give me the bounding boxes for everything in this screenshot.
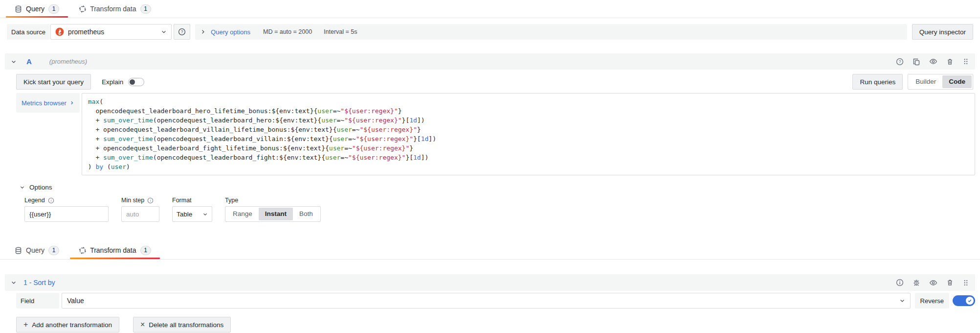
transformation-header-actions: [896, 279, 969, 287]
sort-field-value: Value: [67, 297, 899, 305]
query-editor-section: A (prometheus) ? Kick start your query E…: [5, 53, 975, 222]
info-icon: i: [48, 197, 54, 204]
type-range-option[interactable]: Range: [226, 208, 259, 220]
query-header-actions: ?: [896, 57, 969, 66]
chevron-down-icon: [20, 185, 25, 190]
explain-toggle[interactable]: [128, 78, 144, 86]
chevron-down-icon: [202, 212, 208, 217]
promql-editor: Metrics browser max( opencodequest_leade…: [16, 93, 975, 175]
tab-transform-label: Transform data: [90, 246, 136, 254]
query-options-section: Options Legend i Min step i: [20, 184, 975, 222]
datasource-label: Data source: [7, 24, 50, 40]
options-fields: Legend i Min step i Format: [24, 197, 975, 222]
database-icon: [15, 5, 22, 13]
explain-toggle-group: Explain: [102, 78, 144, 86]
metrics-browser-label: Metrics browser: [22, 99, 67, 107]
prometheus-icon: [55, 27, 64, 36]
query-transform-tabbar-bottom: Query 1 Transform data 1: [0, 241, 980, 260]
debug-bug-icon[interactable]: [913, 279, 920, 286]
format-select[interactable]: Table: [172, 206, 212, 222]
chevron-right-icon: [200, 29, 206, 35]
trash-icon[interactable]: [946, 58, 954, 66]
sort-field-row: Field Value Reverse: [16, 293, 975, 309]
datasource-value: prometheus: [68, 28, 157, 36]
query-row-header[interactable]: A (prometheus) ?: [5, 53, 975, 70]
run-queries-button[interactable]: Run queries: [852, 74, 903, 90]
type-radio-group: Range Instant Both: [225, 206, 321, 222]
toggle-knob: [966, 297, 974, 305]
chevron-down-icon[interactable]: [11, 59, 17, 65]
legend-field: Legend i: [24, 197, 109, 222]
svg-text:?: ?: [181, 29, 183, 34]
help-circle-icon[interactable]: ?: [896, 58, 904, 66]
query-ref-id: A: [26, 57, 32, 66]
tab-query-count-badge: 1: [48, 4, 59, 14]
eye-icon[interactable]: [929, 57, 937, 66]
tab-query-bottom[interactable]: Query 1: [5, 241, 69, 259]
max-data-points-value: MD = auto = 2000: [263, 28, 312, 35]
drag-handle-icon[interactable]: [962, 58, 969, 65]
type-both-option[interactable]: Both: [293, 208, 319, 220]
datasource-picker[interactable]: prometheus: [50, 24, 172, 40]
editor-mode-switcher: Builder Code: [908, 74, 973, 90]
eye-icon[interactable]: [929, 279, 937, 287]
options-header[interactable]: Options: [20, 184, 975, 191]
plus-icon: +: [23, 320, 28, 329]
tab-query-top[interactable]: Query 1: [5, 0, 69, 18]
legend-input[interactable]: [24, 206, 109, 222]
sort-by-title: 1 - Sort by: [23, 279, 55, 286]
query-inspector-button[interactable]: Query inspector: [912, 24, 973, 40]
promql-code[interactable]: max( opencodequest_leaderboard_hero_life…: [82, 93, 975, 175]
drag-handle-icon[interactable]: [962, 279, 969, 286]
add-transformation-button[interactable]: + Add another transformation: [16, 317, 119, 333]
query-datasource-hint: (prometheus): [49, 58, 87, 65]
duplicate-icon[interactable]: [913, 58, 920, 66]
legend-label: Legend: [24, 197, 45, 204]
transformation-actions: + Add another transformation × Delete al…: [16, 317, 980, 333]
type-instant-option[interactable]: Instant: [259, 208, 293, 220]
add-transformation-label: Add another transformation: [32, 321, 112, 329]
min-step-label: Min step: [121, 197, 144, 204]
delete-all-transformations-label: Delete all transformations: [149, 321, 223, 329]
format-label: Format: [172, 197, 192, 204]
datasource-help-button[interactable]: ?: [174, 24, 190, 40]
format-field: Format Table: [172, 197, 212, 222]
kick-start-query-button[interactable]: Kick start your query: [16, 74, 91, 90]
sort-by-header[interactable]: 1 - Sort by: [5, 274, 975, 291]
tab-transform-count-badge: 1: [140, 4, 151, 14]
svg-text:?: ?: [899, 59, 901, 64]
sort-field-select[interactable]: Value: [62, 293, 911, 309]
svg-text:i: i: [50, 198, 51, 202]
chevron-down-icon[interactable]: [11, 280, 17, 285]
delete-all-transformations-button[interactable]: × Delete all transformations: [133, 317, 231, 333]
info-circle-icon[interactable]: [896, 279, 904, 286]
toggle-knob: [130, 79, 135, 85]
tab-transform-top[interactable]: Transform data 1: [69, 0, 160, 18]
interval-value: Interval = 5s: [324, 28, 357, 35]
type-field: Type Range Instant Both: [225, 197, 321, 222]
explain-label: Explain: [102, 78, 123, 86]
tab-transform-bottom[interactable]: Transform data 1: [69, 241, 160, 259]
query-toolbar: Kick start your query Explain Run querie…: [16, 74, 975, 90]
query-options-collapsed[interactable]: Query options MD = auto = 2000 Interval …: [195, 24, 907, 40]
mode-code-option[interactable]: Code: [942, 75, 972, 88]
svg-text:i: i: [150, 198, 151, 202]
tab-query-label: Query: [26, 246, 45, 254]
chevron-down-icon: [899, 298, 905, 304]
min-step-field: Min step i: [121, 197, 159, 222]
transform-icon: [79, 5, 86, 13]
chevron-down-icon: [161, 29, 167, 35]
tab-transform-label: Transform data: [90, 5, 136, 13]
help-icon: ?: [178, 28, 186, 36]
metrics-browser-button[interactable]: Metrics browser: [16, 93, 80, 113]
format-value: Table: [177, 211, 192, 218]
query-toolbar-right: Run queries Builder Code: [852, 74, 973, 90]
type-label: Type: [225, 197, 238, 204]
tab-query-label: Query: [26, 5, 45, 13]
database-icon: [15, 247, 22, 254]
reverse-toggle[interactable]: [953, 295, 975, 306]
min-step-input[interactable]: [121, 206, 159, 222]
tab-query-count-badge: 1: [48, 246, 59, 255]
trash-icon[interactable]: [946, 279, 954, 286]
mode-builder-option[interactable]: Builder: [909, 75, 942, 88]
